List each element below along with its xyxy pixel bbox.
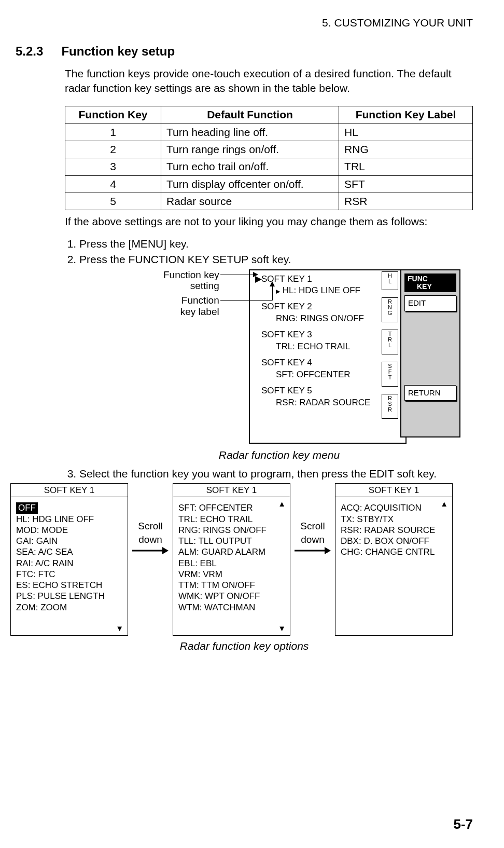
callout-label-a: Function bbox=[181, 295, 219, 306]
list-item[interactable]: TLL: TLL OUTPUT bbox=[178, 536, 285, 546]
intro-text: The function keys provide one-touch exec… bbox=[65, 66, 473, 96]
th-key: Function Key bbox=[65, 106, 161, 124]
figure2-caption: Radar function key options bbox=[16, 639, 473, 653]
scroll-down-icon[interactable]: ▼ bbox=[116, 624, 123, 634]
scroll-arrow-1: Scroll down bbox=[132, 519, 169, 555]
table-row: 1Turn heading line off.HL bbox=[65, 124, 473, 141]
list-item[interactable]: ZOM: ZOOM bbox=[16, 602, 122, 613]
func-key-label: FUNC KEY bbox=[404, 273, 456, 293]
svg-marker-5 bbox=[325, 547, 331, 554]
menu-item[interactable]: ▶SOFT KEY 1▶ HL: HDG LINE OFF bbox=[255, 273, 400, 297]
list-item[interactable]: PLS: PULSE LENGTH bbox=[16, 591, 122, 601]
hw-key-badge: TRL bbox=[382, 330, 398, 354]
callout-label-b: key label bbox=[180, 306, 219, 317]
table-row: 2Turn range rings on/off.RNG bbox=[65, 141, 473, 158]
list-item[interactable]: TTM: TTM ON/OFF bbox=[178, 580, 285, 591]
list-item[interactable]: CHG: CHANGE CNTRL bbox=[341, 546, 447, 557]
hw-key-badge: RSR bbox=[382, 394, 398, 419]
figure-menu: Function key setting Function key label … bbox=[114, 269, 473, 446]
callout-setting-b: setting bbox=[190, 280, 219, 291]
figure-options: SOFT KEY 1 OFFHL: HDG LINE OFFMOD: MODEG… bbox=[10, 483, 473, 636]
list-item[interactable]: ALM: GUARD ALARM bbox=[178, 546, 285, 557]
return-soft-key[interactable]: RETURN bbox=[404, 385, 456, 401]
list-item[interactable]: TRL: ECHO TRAIL bbox=[178, 514, 285, 525]
figure1-caption: Radar function key menu bbox=[86, 448, 473, 462]
options-page-2: SOFT KEY 1 SFT: OFFCENTERTRL: ECHO TRAIL… bbox=[173, 483, 290, 636]
section-title: Function key setup bbox=[61, 44, 175, 58]
table-row: 5Radar sourceRSR bbox=[65, 193, 473, 210]
list-item[interactable]: WMK: WPT ON/OFF bbox=[178, 591, 285, 601]
options-page-1: SOFT KEY 1 OFFHL: HDG LINE OFFMOD: MODEG… bbox=[10, 483, 128, 636]
list-item[interactable]: MOD: MODE bbox=[16, 525, 122, 536]
options-title-1: SOFT KEY 1 bbox=[11, 484, 128, 497]
step-1: Press the [MENU] key. bbox=[79, 237, 473, 251]
scroll-up-icon[interactable]: ▲ bbox=[440, 499, 448, 509]
options-page-3: SOFT KEY 1 ACQ: ACQUISITIONTX: STBY/TXRS… bbox=[335, 483, 453, 636]
list-item[interactable]: EBL: EBL bbox=[178, 558, 285, 569]
table-row: 4Turn display offcenter on/off.SFT bbox=[65, 175, 473, 193]
list-item[interactable]: VRM: VRM bbox=[178, 569, 285, 580]
table-row: 3Turn echo trail on/off.TRL bbox=[65, 158, 473, 175]
menu-item[interactable]: SOFT KEY 4SFT: OFFCENTER bbox=[255, 357, 400, 381]
hw-key-badge: SFT bbox=[382, 362, 398, 387]
list-item[interactable]: TX: STBY/TX bbox=[341, 514, 447, 525]
soft-key-panel: FUNC KEY EDIT RETURN bbox=[400, 269, 460, 437]
th-func: Default Function bbox=[161, 106, 339, 124]
list-item[interactable]: ACQ: ACQUISITION bbox=[341, 502, 447, 513]
step-2: Press the FUNCTION KEY SETUP soft key. bbox=[79, 252, 473, 267]
svg-marker-3 bbox=[162, 547, 169, 554]
chapter-header: 5. CUSTOMIZING YOUR UNIT bbox=[16, 16, 473, 30]
hw-key-badge: RNG bbox=[382, 297, 398, 322]
list-item[interactable]: SEA: A/C SEA bbox=[16, 546, 122, 557]
list-item[interactable]: WTM: WATCHMAN bbox=[178, 602, 285, 613]
menu-item[interactable]: SOFT KEY 3TRL: ECHO TRAIL bbox=[255, 329, 400, 353]
step-3: Select the function key you want to prog… bbox=[79, 467, 473, 481]
options-title-3: SOFT KEY 1 bbox=[335, 484, 452, 497]
hw-keys-column: HLRNGTRLSFTRSR bbox=[382, 271, 398, 419]
scroll-arrow-2: Scroll down bbox=[295, 519, 331, 555]
list-item[interactable]: RAI: A/C RAIN bbox=[16, 558, 122, 569]
defaults-table: Function Key Default Function Function K… bbox=[65, 106, 473, 210]
section-number: 5.2.3 bbox=[16, 44, 43, 58]
list-item[interactable]: FTC: FTC bbox=[16, 569, 122, 580]
edit-soft-key[interactable]: EDIT bbox=[404, 295, 456, 311]
menu-item[interactable]: SOFT KEY 2RNG: RINGS ON/OFF bbox=[255, 301, 400, 325]
list-item[interactable]: HL: HDG LINE OFF bbox=[16, 514, 122, 525]
page-number: 5-7 bbox=[453, 816, 473, 832]
list-item[interactable]: SFT: OFFCENTER bbox=[178, 502, 285, 513]
list-item[interactable]: RNG: RINGS ON/OFF bbox=[178, 525, 285, 536]
scroll-up-icon[interactable]: ▲ bbox=[278, 499, 286, 509]
th-label: Function Key Label bbox=[339, 106, 473, 124]
callout-setting-a: Function key bbox=[163, 269, 219, 280]
hw-key-badge: HL bbox=[382, 271, 398, 290]
menu-item[interactable]: SOFT KEY 5RSR: RADAR SOURCE bbox=[255, 385, 400, 409]
list-item[interactable]: GAI: GAIN bbox=[16, 536, 122, 546]
list-item[interactable]: DBX: D. BOX ON/OFF bbox=[341, 536, 447, 546]
scroll-down-icon[interactable]: ▼ bbox=[278, 624, 286, 634]
list-item[interactable]: RSR: RADAR SOURCE bbox=[341, 525, 447, 536]
after-table-text: If the above settings are not to your li… bbox=[65, 214, 473, 229]
list-item[interactable]: OFF bbox=[16, 502, 94, 513]
list-item[interactable]: ES: ECHO STRETCH bbox=[16, 580, 122, 591]
options-title-2: SOFT KEY 1 bbox=[173, 484, 290, 497]
